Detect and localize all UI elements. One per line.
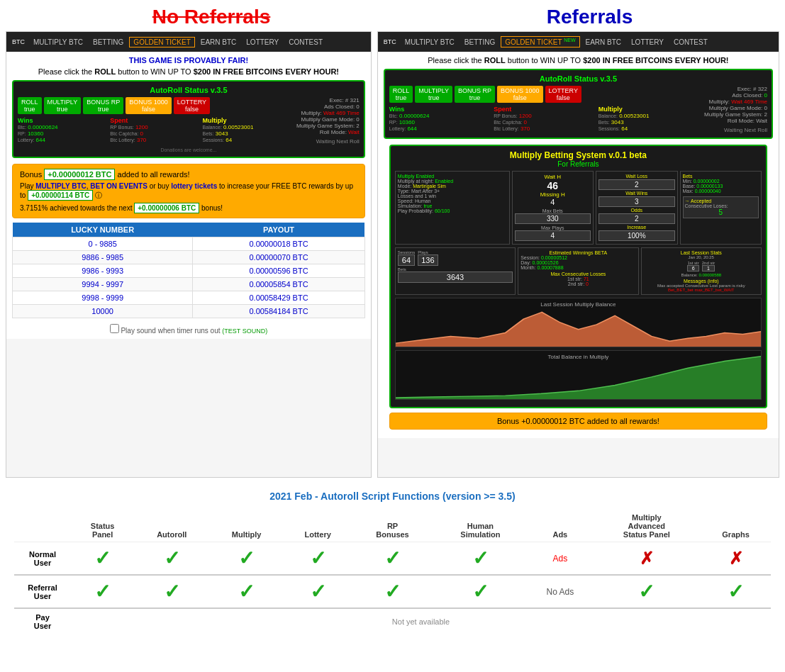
nav-betting-left[interactable]: BETTING bbox=[89, 37, 128, 47]
nav-contest-left[interactable]: CONTEST bbox=[284, 37, 327, 47]
stats-spent-left: Spent RP Bonus: 1200 Btc Captcha: 0 Btc … bbox=[110, 117, 199, 143]
row-pay-user: PayUser Not yet available bbox=[14, 608, 771, 634]
ref-lottery: ✓ bbox=[284, 575, 352, 608]
table-cell: 0.00000596 BTC bbox=[193, 264, 365, 278]
exec-panel-right: Exec: # 322 Ads Closed: 0 Multiply: Wait… bbox=[704, 86, 767, 133]
normal-human: ✓ bbox=[433, 542, 528, 576]
comparison-title: 2021 Feb - Autoroll Script Functions (ve… bbox=[14, 491, 771, 502]
autoroll-box-left: AutoRoll Status v.3.5 ROLLtrue MULTIPLYt… bbox=[12, 80, 365, 158]
roll-text-left: Please click the ROLL button to WIN UP T… bbox=[12, 67, 365, 76]
screenshots-row: BTC MULTIPLY BTC BETTING GOLDEN TICKET E… bbox=[0, 31, 785, 483]
th-multiply: Multiply bbox=[209, 510, 284, 542]
multiply-stats-grid: Sessions 64 Plays 136 Bets 3643 bbox=[395, 247, 762, 295]
autoroll-title-right: AutoRoll Status v.3.5 bbox=[389, 74, 767, 83]
btn-lottery[interactable]: LOTTERYfalse bbox=[174, 97, 210, 114]
autoroll-box-right: AutoRoll Status v.3.5 ROLLtrue MULTIPLYt… bbox=[384, 69, 773, 139]
progress-amount: +0.00000006 BTC bbox=[134, 203, 199, 213]
test-sound-link[interactable]: (TEST SOUND) bbox=[222, 327, 267, 335]
table-cell: 0 - 9885 bbox=[13, 237, 193, 251]
sound-checkbox[interactable] bbox=[110, 324, 119, 333]
check-icon: ✓ bbox=[94, 547, 111, 569]
check-icon: ✓ bbox=[384, 547, 401, 569]
table-cell: 9998 - 9999 bbox=[13, 291, 193, 305]
btn-bonus-1000[interactable]: BONUS 1000false bbox=[126, 97, 172, 114]
normal-rp: ✓ bbox=[352, 542, 433, 576]
table-row: 100000.00584184 BTC bbox=[13, 305, 365, 318]
table-row: 9886 - 99850.00000070 BTC bbox=[13, 251, 365, 264]
bonus-amount-left: +0.00000012 BTC bbox=[44, 169, 115, 180]
multiply-link[interactable]: MULTIPLY BTC bbox=[35, 182, 86, 190]
btn-roll-r[interactable]: ROLLtrue bbox=[389, 86, 413, 103]
lottery-link[interactable]: lottery tickets bbox=[171, 182, 217, 190]
nav-lottery-left[interactable]: LOTTERY bbox=[242, 37, 283, 47]
autoroll-stats-right: Wins Btc: 0.00000624 RP: 10360 Lottery: … bbox=[389, 106, 700, 132]
btn-bonus-1000-r[interactable]: BONUS 1000false bbox=[497, 86, 543, 103]
no-ads-label: No Ads bbox=[546, 587, 574, 597]
graph-total-balance: Total Balance in Multiply bbox=[395, 350, 762, 400]
check-icon: ✓ bbox=[310, 547, 326, 569]
bet-link[interactable]: BET ON EVENTS bbox=[90, 182, 147, 190]
table-cell: 9886 - 9985 bbox=[13, 251, 193, 264]
panel-content-right: Please click the ROLL button to WIN UP T… bbox=[378, 52, 779, 438]
btn-roll[interactable]: ROLLtrue bbox=[18, 97, 42, 114]
graph2-label: Total Balance in Multiply bbox=[547, 354, 608, 360]
no-referrals-heading: No Referrals bbox=[152, 6, 271, 28]
panel-content-left: THIS GAME IS PROVABLY FAIR! Please click… bbox=[6, 52, 371, 339]
nav-betting-right[interactable]: BETTING bbox=[460, 37, 499, 47]
nav-earn-right[interactable]: EARN BTC bbox=[581, 37, 626, 47]
nav-golden-right[interactable]: GOLDEN TICKET NEW bbox=[501, 36, 579, 47]
normal-adv: ✗ bbox=[593, 542, 701, 576]
btn-bonus-rp-r[interactable]: BONUS RPtrue bbox=[455, 86, 495, 103]
ref-autoroll: ✓ bbox=[134, 575, 209, 608]
table-cell: 0.00000018 BTC bbox=[193, 237, 365, 251]
graph1-label: Last Session Multiply Balance bbox=[540, 301, 616, 308]
free-btc-amount: +0.00000114 BTC bbox=[28, 190, 93, 201]
ref-rp: ✓ bbox=[352, 575, 433, 608]
btn-bonus-rp[interactable]: BONUS RPtrue bbox=[83, 97, 123, 114]
not-yet-available: Not yet available bbox=[71, 608, 771, 634]
comparison-table: StatusPanel Autoroll Multiply Lottery RP… bbox=[14, 510, 771, 634]
btn-lottery-r[interactable]: LOTTERYfalse bbox=[545, 86, 581, 103]
normal-ads: Ads bbox=[528, 542, 592, 576]
autoroll-stats-left: Wins Btc: 0.00000624 RP: 10360 Lottery: … bbox=[18, 117, 292, 143]
roll-text-right: Please click the ROLL button to WIN UP T… bbox=[384, 56, 773, 65]
pay-user-label: PayUser bbox=[14, 608, 71, 634]
nav-lottery-right[interactable]: LOTTERY bbox=[627, 37, 668, 47]
donation-text-left: Donations are welcome... bbox=[18, 147, 360, 152]
stats-multiply-left: Multiply Balance: 0.00523001 Bets: 3043 … bbox=[203, 117, 292, 143]
table-cell: 0.00005854 BTC bbox=[193, 278, 365, 291]
check-icon: ✓ bbox=[164, 581, 180, 603]
ref-ads: No Ads bbox=[528, 575, 592, 608]
row-normal-user: NormalUser ✓ ✓ ✓ ✓ ✓ ✓ Ads ✗ ✗ bbox=[14, 542, 771, 576]
nav-btc-left[interactable]: BTC bbox=[9, 37, 28, 47]
table-row: 9986 - 99930.00000596 BTC bbox=[13, 264, 365, 278]
multiply-settings-grid: Multiply Enabled Multiply at night: Enab… bbox=[395, 171, 762, 245]
nav-bar-left: BTC MULTIPLY BTC BETTING GOLDEN TICKET E… bbox=[6, 32, 371, 52]
nav-bar-right: BTC MULTIPLY BTC BETTING GOLDEN TICKET N… bbox=[378, 32, 779, 52]
comparison-section: 2021 Feb - Autoroll Script Functions (ve… bbox=[0, 483, 785, 642]
th-ads: Ads bbox=[528, 510, 592, 542]
normal-lottery: ✓ bbox=[284, 542, 352, 576]
table-cell: 0.00058429 BTC bbox=[193, 291, 365, 305]
nav-multiply-left[interactable]: MULTIPLY BTC bbox=[29, 37, 87, 47]
referral-user-label: ReferralUser bbox=[14, 575, 71, 608]
nav-contest-right[interactable]: CONTEST bbox=[669, 37, 712, 47]
bonus-bar-right: Bonus +0.00000012 BTC added to all rewar… bbox=[389, 413, 767, 430]
normal-autoroll: ✓ bbox=[134, 542, 209, 576]
nav-btc-right[interactable]: BTC bbox=[381, 37, 399, 47]
payout-table-left: LUCKY NUMBER PAYOUT 0 - 98850.00000018 B… bbox=[12, 223, 365, 318]
nav-multiply-right[interactable]: MULTIPLY BTC bbox=[401, 37, 459, 47]
row-referral-user: ReferralUser ✓ ✓ ✓ ✓ ✓ ✓ No Ads ✓ ✓ bbox=[14, 575, 771, 608]
bonus-amount-right: +0.00000012 BTC bbox=[521, 417, 585, 425]
btn-multiply[interactable]: MULTIPLYtrue bbox=[44, 97, 82, 114]
autoroll-buttons-left: ROLLtrue MULTIPLYtrue BONUS RPtrue BONUS… bbox=[18, 97, 292, 114]
th-empty bbox=[14, 510, 71, 542]
bonus-bar-left: Bonus +0.00000012 BTC added to all rewar… bbox=[12, 164, 365, 218]
provably-fair-left: THIS GAME IS PROVABLY FAIR! bbox=[12, 56, 365, 65]
th-lottery: Lottery bbox=[284, 510, 352, 542]
nav-golden-left[interactable]: GOLDEN TICKET bbox=[129, 37, 194, 47]
table-cell: 0.00584184 BTC bbox=[193, 305, 365, 318]
btn-multiply-r[interactable]: MULTIPLYtrue bbox=[415, 86, 452, 103]
nav-earn-left[interactable]: EARN BTC bbox=[196, 37, 241, 47]
th-human-sim: HumanSimulation bbox=[433, 510, 528, 542]
